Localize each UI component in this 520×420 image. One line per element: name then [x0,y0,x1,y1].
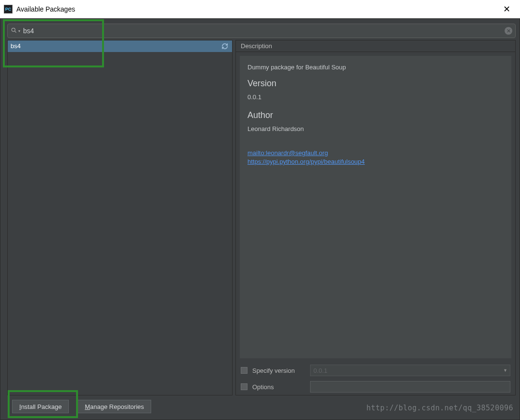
list-toolbar [221,40,231,52]
specify-version-label: Specify version [252,367,305,374]
clear-search-icon[interactable]: ✕ [505,27,512,35]
package-name: bs4 [11,42,21,50]
description-header: Description [236,40,515,52]
description-pane: Description Dummy package for Beautiful … [235,40,516,395]
svg-point-0 [12,28,15,31]
search-icon [11,27,17,35]
options-label: Options [252,383,305,391]
window-title: Available Packages [16,5,497,13]
package-summary: Dummy package for Beautiful Soup [247,64,504,71]
list-item[interactable]: bs4 [8,40,232,52]
titlebar: PC Available Packages ✕ [0,0,520,18]
manage-repositories-button[interactable]: Manage Repositories [78,400,151,413]
options-checkbox[interactable] [241,383,247,390]
install-label-rest: nstall Package [21,403,62,410]
author-label: Author [247,110,504,120]
specify-version-row: Specify version 0.0.1 ▼ [236,362,515,379]
dialog: ▾ ✕ bs4 Description Dummy packag [0,18,520,420]
search-input[interactable] [23,27,505,35]
specify-version-select[interactable]: 0.0.1 [310,365,510,376]
version-label: Version [247,79,504,89]
close-icon[interactable]: ✕ [497,4,516,14]
author-value: Leonard Richardson [247,125,504,132]
description-body: Dummy package for Beautiful Soup Version… [240,56,511,358]
watermark: http://blog.csdn.net/qq_38520096 [366,404,513,412]
svg-line-1 [15,31,16,32]
specify-version-checkbox[interactable] [241,367,247,374]
version-value: 0.0.1 [247,93,504,101]
author-email-link[interactable]: mailto:leonardr@segfault.org [247,149,504,158]
app-icon: PC [4,5,13,13]
refresh-icon[interactable] [221,42,229,51]
options-input[interactable] [310,381,510,393]
project-url-link[interactable]: https://pypi.python.org/pypi/beautifulso… [247,158,504,166]
install-package-button[interactable]: Install Package [12,400,69,413]
searchbar: ▾ ✕ [7,24,516,38]
options-row: Options [236,379,515,395]
package-list-pane: bs4 [7,40,233,395]
package-list[interactable] [8,40,232,395]
search-dropdown-icon[interactable]: ▾ [18,29,20,33]
manage-label-rest: anage Repositories [90,403,144,410]
